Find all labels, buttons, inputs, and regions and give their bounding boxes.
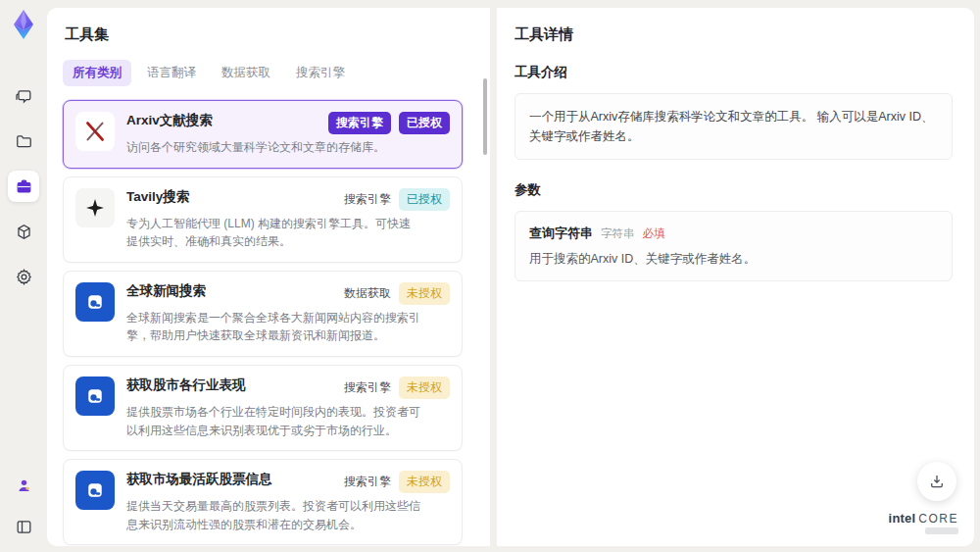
news-logo-icon xyxy=(75,376,115,416)
tab-data-acquisition[interactable]: 数据获取 xyxy=(212,60,280,86)
tool-list: Arxiv文献搜索 搜索引擎 已授权 访问各个研究领域大量科学论文和文章的存储库… xyxy=(63,100,474,546)
sidebar-item-chat[interactable] xyxy=(8,80,39,112)
tool-description: 访问各个研究领域大量科学论文和文章的存储库。 xyxy=(126,138,420,157)
briefcase-icon xyxy=(15,177,33,196)
status-badge: 未授权 xyxy=(399,282,450,305)
status-badge: 未授权 xyxy=(399,471,450,493)
tab-search-engine[interactable]: 搜索引擎 xyxy=(286,60,355,86)
core-wordmark: core xyxy=(918,513,958,525)
tavily-star-icon xyxy=(75,188,115,227)
intro-text: 一个用于从Arxiv存储库搜索科学论文和文章的工具。 输入可以是Arxiv ID… xyxy=(529,107,938,146)
sidebar-nav xyxy=(8,80,39,292)
param-box: 查询字符串 字符串 必填 用于搜索的Arxiv ID、关键字或作者姓名。 xyxy=(514,211,953,281)
intro-box: 一个用于从Arxiv存储库搜索科学论文和文章的工具。 输入可以是Arxiv ID… xyxy=(514,93,953,160)
folder-icon xyxy=(15,132,33,151)
tool-card-arxiv[interactable]: Arxiv文献搜索 搜索引擎 已授权 访问各个研究领域大量科学论文和文章的存储库… xyxy=(63,100,463,169)
tool-title: Tavily搜索 xyxy=(126,188,189,206)
tool-description: 专为人工智能代理 (LLM) 构建的搜索引擎工具。可快速提供实时、准确和真实的结… xyxy=(126,215,420,251)
tab-language-translation[interactable]: 语言翻译 xyxy=(137,60,206,86)
news-logo-icon xyxy=(75,282,115,322)
category-tabs: 所有类别 语言翻译 数据获取 搜索引擎 xyxy=(63,60,474,86)
tool-title: 获取股市各行业表现 xyxy=(126,376,246,394)
category-label: 数据获取 xyxy=(344,285,391,302)
user-avatar[interactable] xyxy=(8,470,39,501)
cube-icon xyxy=(15,223,33,241)
intro-heading: 工具介绍 xyxy=(514,64,953,81)
chat-icon xyxy=(15,87,33,106)
sidebar-item-packages[interactable] xyxy=(8,216,39,247)
intel-sub-badge xyxy=(925,527,958,534)
param-description: 用于搜索的Arxiv ID、关键字或作者姓名。 xyxy=(529,251,938,268)
collapse-panel-icon xyxy=(15,518,33,536)
status-badge: 已授权 xyxy=(399,112,450,134)
category-label: 搜索引擎 xyxy=(344,191,391,208)
category-label: 搜索引擎 xyxy=(344,474,391,490)
app-window: 工具集 所有类别 语言翻译 数据获取 搜索引擎 xyxy=(0,0,980,552)
detail-title: 工具详情 xyxy=(514,25,953,44)
intel-wordmark: intel xyxy=(889,512,916,525)
tool-list-panel: 工具集 所有类别 语言翻译 数据获取 搜索引擎 xyxy=(47,8,490,546)
category-label: 搜索引擎 xyxy=(344,379,391,396)
sidebar-item-tools[interactable] xyxy=(8,171,39,202)
status-badge: 已授权 xyxy=(399,188,450,211)
tool-description: 提供当天交易量最高的股票列表。投资者可以利用这些信息来识别流动性强的股票和潜在的… xyxy=(126,497,420,533)
tool-description: 提供股票市场各个行业在特定时间段内的表现。投资者可以利用这些信息来识别表现优于或… xyxy=(126,403,420,439)
tool-detail-panel: 工具详情 工具介绍 一个用于从Arxiv存储库搜索科学论文和文章的工具。 输入可… xyxy=(497,8,974,546)
intel-core-logo: intel core xyxy=(889,512,958,534)
download-button[interactable] xyxy=(917,462,956,501)
tool-title: 全球新闻搜索 xyxy=(126,282,206,300)
tool-title: Arxiv文献搜索 xyxy=(126,112,213,129)
arxiv-logo-icon xyxy=(75,112,115,151)
param-type: 字符串 xyxy=(601,226,635,241)
param-name: 查询字符串 xyxy=(529,225,593,242)
tool-card-global-news[interactable]: 全球新闻搜索 数据获取 未授权 全球新闻搜索是一个聚合全球各大新闻网站内容的搜索… xyxy=(63,271,463,357)
collapse-sidebar-button[interactable] xyxy=(8,511,39,542)
sidebar xyxy=(0,0,47,552)
category-badge: 搜索引擎 xyxy=(328,112,391,134)
sidebar-item-settings[interactable] xyxy=(8,261,39,292)
app-logo-icon xyxy=(7,8,40,41)
tool-description: 全球新闻搜索是一个聚合全球各大新闻网站内容的搜索引擎，帮助用户快速获取全球最新资… xyxy=(126,309,420,345)
page-title: 工具集 xyxy=(65,25,474,44)
news-logo-icon xyxy=(75,471,115,510)
tool-card-sector-performance[interactable]: 获取股市各行业表现 搜索引擎 未授权 提供股票市场各个行业在特定时间段内的表现。… xyxy=(63,365,463,451)
tab-all-categories[interactable]: 所有类别 xyxy=(63,60,131,86)
list-scrollbar[interactable] xyxy=(483,78,487,155)
sidebar-bottom xyxy=(8,470,39,542)
gear-icon xyxy=(15,268,33,286)
param-required-flag: 必填 xyxy=(643,226,665,241)
avatar-icon xyxy=(15,477,33,495)
sidebar-item-files[interactable] xyxy=(8,125,39,157)
status-badge: 未授权 xyxy=(399,376,450,399)
tool-title: 获取市场最活跃股票信息 xyxy=(126,471,272,488)
params-heading: 参数 xyxy=(514,181,953,199)
tool-card-tavily[interactable]: Tavily搜索 搜索引擎 已授权 专为人工智能代理 (LLM) 构建的搜索引擎… xyxy=(63,176,463,263)
tool-card-active-stocks[interactable]: 获取市场最活跃股票信息 搜索引擎 未授权 提供当天交易量最高的股票列表。投资者可… xyxy=(63,459,463,545)
download-icon xyxy=(928,473,946,490)
